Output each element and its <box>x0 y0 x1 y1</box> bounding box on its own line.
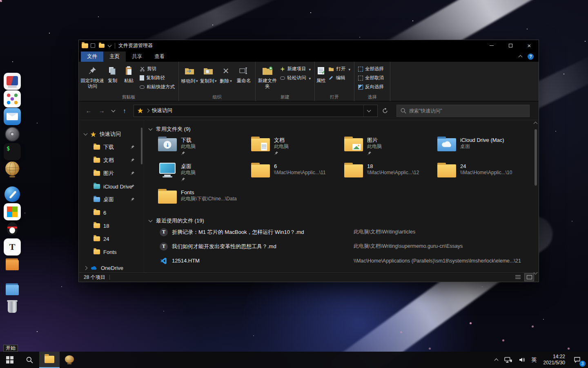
dock-icon-globe[interactable] <box>4 161 21 178</box>
dock-icon-folder-blue[interactable] <box>4 281 21 298</box>
search-box[interactable] <box>396 105 530 117</box>
help-icon[interactable] <box>528 54 534 60</box>
minimize-button[interactable] <box>482 40 501 51</box>
dock-icon-office[interactable] <box>4 203 21 220</box>
scrollbar-thumb[interactable] <box>535 129 537 186</box>
refresh-button[interactable] <box>379 105 391 117</box>
close-button[interactable]: × <box>520 40 539 51</box>
folder-tile-downloads[interactable]: 下载 此电脑 <box>158 135 251 161</box>
sidebar-item-downloads[interactable]: 下载 <box>79 141 144 154</box>
recent-locations-dropdown[interactable] <box>109 105 117 117</box>
dock-icon-folder-orange[interactable] <box>4 256 21 273</box>
folder-tile-6[interactable]: 6 \\Mac\Home\Applic...\11 <box>251 161 344 187</box>
copy-to-button[interactable]: 复制到 <box>199 63 218 94</box>
folder-tile-fonts[interactable]: Fonts 此电脑\下载\Chine...\Data <box>158 187 251 213</box>
tab-share[interactable]: 共享 <box>126 52 148 62</box>
dock-icon-settings[interactable] <box>4 126 21 143</box>
paste-button[interactable]: 粘贴 <box>120 63 137 94</box>
folder-tile-pictures[interactable]: 图片 此电脑 <box>344 135 437 161</box>
taskbar-search-button[interactable] <box>20 352 39 368</box>
back-button[interactable]: ← <box>83 105 94 117</box>
dock-icon-terminal[interactable]: $ <box>4 143 21 160</box>
network-tray-button[interactable] <box>501 352 515 368</box>
details-view-button[interactable] <box>513 274 522 281</box>
tab-home[interactable]: 主页 <box>103 52 126 62</box>
volume-tray-button[interactable] <box>515 352 528 368</box>
collapse-section-icon[interactable] <box>149 127 153 131</box>
sidebar-scrollbar[interactable] <box>140 121 143 272</box>
dock-icon-trash[interactable] <box>4 298 21 316</box>
search-input[interactable] <box>409 108 526 114</box>
tab-view[interactable]: 查看 <box>148 52 171 62</box>
up-button[interactable]: ↑ <box>119 105 130 117</box>
delete-button[interactable]: 删除 <box>218 63 234 94</box>
easy-access-button[interactable]: 轻松访问 <box>280 75 311 81</box>
forward-button[interactable]: → <box>96 105 107 117</box>
collapse-ribbon-icon[interactable] <box>519 55 523 59</box>
sidebar-item-label: 快速访问 <box>100 130 121 138</box>
folder-tile-desktop[interactable]: 桌面 此电脑 <box>158 161 251 187</box>
main-scrollbar[interactable] <box>534 126 538 270</box>
sidebar-item-24[interactable]: 24 <box>79 232 144 245</box>
sidebar-item-quick-access[interactable]: 快速访问 <box>79 128 144 141</box>
pin-to-quick-access-button[interactable]: 固定到快速访问 <box>80 63 105 94</box>
collapse-section-icon[interactable] <box>149 218 153 222</box>
dock-icon-typora[interactable]: T <box>4 238 21 256</box>
copy-button[interactable]: 复制 <box>105 63 120 94</box>
select-all-button[interactable]: 全部选择 <box>358 66 384 72</box>
qat-folder-icon[interactable] <box>99 44 105 48</box>
new-item-button[interactable]: 新建项目 <box>280 66 311 72</box>
chevron-down-icon[interactable] <box>84 132 88 136</box>
chevron-right-icon[interactable] <box>84 266 88 270</box>
qat-dropdown-icon[interactable] <box>108 43 112 47</box>
folder-tile-24[interactable]: 24 \\Mac\Home\Applic...\10 <box>437 161 530 187</box>
taskbar-clock[interactable]: 14:22 2021/5/30 <box>540 352 568 368</box>
copy-path-button[interactable]: 复制路径 <box>140 75 175 81</box>
properties-button[interactable]: 属性 <box>316 63 326 94</box>
taskbar-explorer-button[interactable] <box>39 352 60 368</box>
qat-properties-icon[interactable] <box>91 43 95 48</box>
titlebar[interactable]: 文件资源管理器 × <box>79 40 539 51</box>
language-indicator[interactable]: 英 <box>528 352 540 368</box>
select-none-button[interactable]: 全部取消 <box>358 75 384 81</box>
recent-file-row[interactable]: T 我们如何才能开发出变革性的思想工具？.md 此电脑\文档\Writing\s… <box>144 239 539 254</box>
maximize-button[interactable] <box>501 40 520 51</box>
rename-button[interactable]: 重命名 <box>234 63 254 94</box>
notification-center-button[interactable]: 3 <box>568 352 586 368</box>
open-button[interactable]: 打开 <box>328 66 350 72</box>
dock-icon-mail[interactable] <box>4 108 21 125</box>
folder-tile-documents[interactable]: 文档 此电脑 <box>251 135 344 161</box>
dock-icon-qq[interactable] <box>4 221 21 238</box>
move-to-button[interactable]: 移动到 <box>180 63 199 94</box>
sidebar-item-icloud-drive[interactable]: iCloud Drive <box>79 180 144 193</box>
section-header-recent[interactable]: 最近使用的文件 (19) <box>149 217 539 225</box>
sidebar-item-fonts[interactable]: Fonts <box>79 245 144 258</box>
sidebar-item-18[interactable]: 18 <box>79 219 144 232</box>
sidebar-item-6[interactable]: 6 <box>79 206 144 219</box>
invert-selection-button[interactable]: 反向选择 <box>358 84 384 90</box>
cut-button[interactable]: 剪切 <box>140 66 175 72</box>
section-header-frequent[interactable]: 常用文件夹 (9) <box>149 125 539 133</box>
folder-tile-18[interactable]: 18 \\Mac\Home\Applic...\12 <box>344 161 437 187</box>
sidebar-item-desktop[interactable]: 桌面 <box>79 193 144 206</box>
paste-shortcut-button[interactable]: 粘贴快捷方式 <box>140 84 175 90</box>
address-dropdown-icon[interactable] <box>363 105 374 117</box>
dock-icon-launchpad[interactable] <box>4 90 21 108</box>
new-folder-button[interactable]: 新建文件夹 <box>257 63 278 94</box>
recent-file-row[interactable]: T 折腾记录：M1 芯片的 MacBook，怎样运行 Win10？.md 此电脑… <box>144 225 539 239</box>
tray-overflow-button[interactable] <box>492 352 501 368</box>
address-location[interactable]: 快速访问 <box>152 107 172 114</box>
sidebar-item-pictures[interactable]: 图片 <box>79 167 144 180</box>
recent-file-row[interactable]: 12514.HTM \\Mac\Home\Applications (Paral… <box>144 254 539 268</box>
dock-icon-parallels[interactable] <box>4 73 21 90</box>
tab-file[interactable]: 文件 <box>81 52 103 62</box>
dock-icon-browser[interactable] <box>4 186 21 203</box>
taskbar-globe-button[interactable] <box>60 352 79 368</box>
folder-tile-icloud-drive[interactable]: iCloud Drive (Mac) 桌面 <box>437 135 530 161</box>
start-button[interactable] <box>0 352 20 368</box>
edit-button[interactable]: 编辑 <box>328 75 350 81</box>
sidebar-item-documents[interactable]: 文档 <box>79 154 144 167</box>
sidebar-item-onedrive[interactable]: OneDrive <box>79 261 144 274</box>
thumbnail-view-button[interactable] <box>525 274 534 281</box>
address-bar[interactable]: 快速访问 <box>134 105 378 117</box>
